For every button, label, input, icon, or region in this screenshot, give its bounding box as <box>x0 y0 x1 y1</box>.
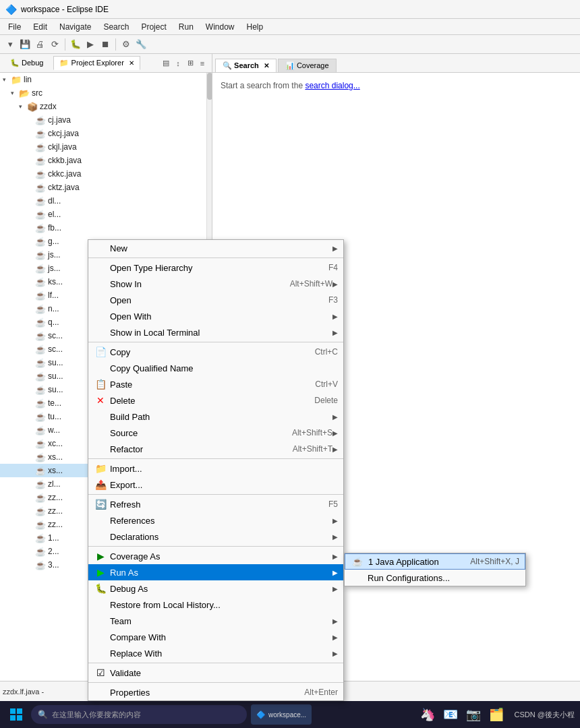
toolbar-btn-3[interactable]: 🖨 <box>33 38 47 51</box>
tree-item-src[interactable]: ▾ 📂 src <box>0 86 212 100</box>
tree-item-ckkb[interactable]: › ☕ ckkb.java <box>0 154 212 167</box>
ctx-refresh[interactable]: 🔄 Refresh F5 <box>88 496 343 512</box>
toolbar-btn-debug[interactable]: 🐛 <box>69 38 82 51</box>
ctx-source[interactable]: Source Alt+Shift+S ▶ <box>88 425 343 441</box>
ctx-team[interactable]: Team ▶ <box>88 613 343 629</box>
menu-help[interactable]: Help <box>241 21 269 33</box>
collapse-all-icon[interactable]: ▤ <box>161 58 171 69</box>
menu-run[interactable]: Run <box>173 21 199 33</box>
ctx-label: Validate <box>110 668 338 678</box>
taskbar-search[interactable]: 🔍 在这里输入你要搜索的内容 <box>31 705 247 724</box>
taskbar-icon-files[interactable]: 🗂️ <box>486 704 506 725</box>
context-menu: New ▶ Open Type Hierarchy F4 Show In Alt… <box>88 239 344 701</box>
menu-navigate[interactable]: Navigate <box>54 21 96 33</box>
coverage-icon: ▶ <box>94 549 107 563</box>
ctx-copy[interactable]: 📄 Copy Ctrl+C <box>88 344 343 360</box>
panel-header-icons: ▤ ↕ ⊞ ≡ <box>161 58 208 69</box>
ctx-coverage-as[interactable]: ▶ Coverage As ▶ <box>88 548 343 564</box>
ctx-type-hierarchy[interactable]: Open Type Hierarchy F4 <box>88 260 343 276</box>
close-tab-icon[interactable]: ✕ <box>129 59 134 67</box>
link-editor-icon[interactable]: ↕ <box>173 58 183 69</box>
source-icon <box>94 426 107 439</box>
ctx-debug-as[interactable]: 🐛 Debug As ▶ <box>88 580 343 597</box>
ctx-properties[interactable]: Properties Alt+Enter <box>88 684 343 700</box>
tree-item-fb[interactable]: › ☕ fb... <box>0 221 212 235</box>
submenu-java-application[interactable]: ☕ 1 Java Application Alt+Shift+X, J <box>345 553 525 570</box>
taskbar-icon-camera[interactable]: 📷 <box>463 704 484 725</box>
ctx-open[interactable]: Open F3 <box>88 292 343 308</box>
system-tray-label: CSDN @後夫小程 <box>515 710 575 720</box>
ctx-new[interactable]: New ▶ <box>88 240 343 256</box>
tree-label: ckkb.java <box>48 156 82 165</box>
menu-bar: File Edit Navigate Search Project Run Wi… <box>0 19 580 35</box>
tab-project-explorer[interactable]: 📁 Project Explorer ✕ <box>53 56 140 70</box>
taskbar-icon-unicorn[interactable]: 🦄 <box>417 704 438 725</box>
taskbar-icon-mail[interactable]: 📧 <box>440 704 461 725</box>
arrow-icon: ▶ <box>332 617 338 625</box>
ctx-run-as[interactable]: ▶ Run As ▶ <box>88 564 343 580</box>
shortcut: Alt+Shift+W <box>290 279 332 289</box>
debug-label: Debug <box>22 59 43 67</box>
tree-item-dl[interactable]: › ☕ dl... <box>0 194 212 208</box>
ctx-delete[interactable]: ✕ Delete Delete <box>88 392 343 408</box>
tree-item-ckjl[interactable]: › ☕ ckjl.java <box>0 140 212 154</box>
filter-icon[interactable]: ⊞ <box>185 58 196 69</box>
tree-item-cj[interactable]: › ☕ cj.java <box>0 113 212 127</box>
java-file-icon: ☕ <box>35 250 46 260</box>
ctx-declarations[interactable]: Declarations ▶ <box>88 528 343 545</box>
tree-item-lin[interactable]: ▾ 📁 lin <box>0 73 212 86</box>
tab-debug[interactable]: 🐛 Debug <box>4 56 49 70</box>
toolbar: ▾ 💾 🖨 ⟳ 🐛 ▶ ⏹ ⚙ 🔧 <box>0 35 580 54</box>
ctx-import[interactable]: 📁 Import... <box>88 460 343 477</box>
ctx-show-terminal[interactable]: Show in Local Terminal ▶ <box>88 324 343 340</box>
view-menu-icon[interactable]: ≡ <box>197 58 208 69</box>
close-search-tab-icon[interactable]: ✕ <box>264 62 269 69</box>
submenu-run-configurations[interactable]: Run Configurations... <box>345 570 525 586</box>
ctx-restore-history[interactable]: Restore from Local History... <box>88 597 343 613</box>
menu-edit[interactable]: Edit <box>28 21 53 33</box>
ctx-validate[interactable]: ☑ Validate <box>88 665 343 681</box>
tree-item-zzdx[interactable]: ▾ 📦 zzdx <box>0 100 212 113</box>
ctx-open-with[interactable]: Open With ▶ <box>88 308 343 324</box>
java-file-icon: ☕ <box>35 115 46 125</box>
title-bar: 🔷 workspace - Eclipse IDE <box>0 0 580 19</box>
java-file-icon: ☕ <box>35 506 46 516</box>
tree-item-cktz[interactable]: › ☕ cktz.java <box>0 181 212 194</box>
taskbar-app-eclipse[interactable]: 🔷 workspace... <box>251 704 312 725</box>
tab-search[interactable]: 🔍 Search ✕ <box>215 59 277 72</box>
toolbar-btn-1[interactable]: ▾ <box>3 38 17 51</box>
search-dialog-link[interactable]: search dialog... <box>305 81 359 90</box>
ctx-build-path[interactable]: Build Path ▶ <box>88 408 343 425</box>
tree-label: sc... <box>48 331 63 340</box>
toolbar-btn-run[interactable]: ▶ <box>84 38 97 51</box>
tab-coverage[interactable]: 📊 Coverage <box>278 59 337 72</box>
toolbar-btn-6[interactable]: 🔧 <box>134 38 148 51</box>
menu-file[interactable]: File <box>3 21 26 33</box>
ctx-show-in[interactable]: Show In Alt+Shift+W ▶ <box>88 276 343 292</box>
ctx-paste[interactable]: 📋 Paste Ctrl+V <box>88 376 343 392</box>
tree-item-ckcj[interactable]: › ☕ ckcj.java <box>0 127 212 140</box>
ctx-copy-qualified[interactable]: Copy Qualified Name <box>88 360 343 376</box>
start-button[interactable] <box>5 704 27 725</box>
tree-item-el[interactable]: › ☕ el... <box>0 208 212 221</box>
java-file-icon: ☕ <box>35 196 46 206</box>
ctx-refactor[interactable]: Refactor Alt+Shift+T ▶ <box>88 441 343 457</box>
toolbar-btn-2[interactable]: 💾 <box>18 38 32 51</box>
ctx-export[interactable]: 📤 Export... <box>88 477 343 493</box>
menu-search[interactable]: Search <box>98 21 134 33</box>
java-file-icon: ☕ <box>35 439 46 449</box>
ctx-replace-with[interactable]: Replace With ▶ <box>88 645 343 661</box>
menu-project[interactable]: Project <box>136 21 171 33</box>
java-file-icon: ☕ <box>35 264 46 274</box>
toolbar-btn-4[interactable]: ⟳ <box>48 38 61 51</box>
java-file-icon: ☕ <box>35 385 46 395</box>
menu-window[interactable]: Window <box>200 21 240 33</box>
arrow-icon: ▶ <box>332 634 338 641</box>
references-icon <box>94 514 107 527</box>
toolbar-btn-5[interactable]: ⚙ <box>119 38 133 51</box>
ctx-references[interactable]: References ▶ <box>88 512 343 528</box>
ctx-compare-with[interactable]: Compare With ▶ <box>88 629 343 645</box>
ctx-label: Properties <box>110 688 297 698</box>
toolbar-btn-stop[interactable]: ⏹ <box>98 38 112 51</box>
tree-item-ckkc[interactable]: › ☕ ckkc.java <box>0 167 212 181</box>
